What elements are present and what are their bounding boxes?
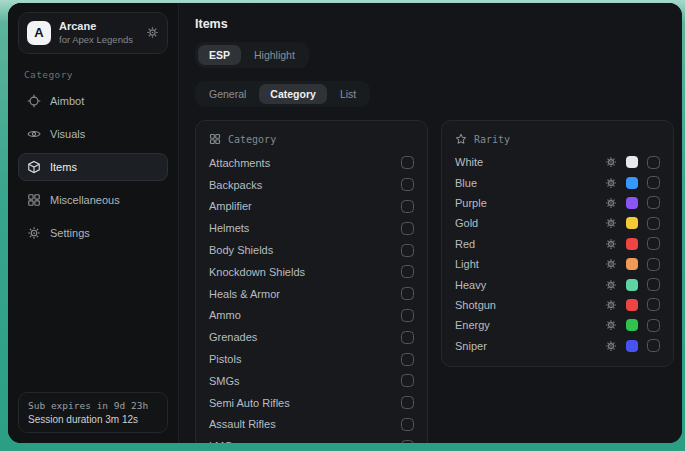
category-checkbox[interactable] [401, 309, 414, 322]
category-item-label: Knockdown Shields [209, 266, 401, 278]
category-checkbox[interactable] [401, 287, 414, 300]
tab-category[interactable]: Category [259, 84, 327, 104]
app-subtitle: for Apex Legends [59, 34, 138, 46]
category-checkbox[interactable] [401, 418, 414, 431]
gear-icon[interactable] [605, 319, 617, 331]
category-item-label: Helmets [209, 222, 401, 234]
gear-icon[interactable] [146, 26, 159, 39]
gear-icon [27, 226, 41, 240]
rarity-checkbox[interactable] [647, 196, 660, 209]
category-row: Attachments [209, 152, 414, 174]
color-swatch[interactable] [626, 197, 638, 209]
category-checkbox[interactable] [401, 353, 414, 366]
sidebar-item-label: Items [50, 161, 77, 173]
rarity-item-label: White [455, 156, 605, 168]
category-item-label: Heals & Armor [209, 288, 401, 300]
rarity-checkbox[interactable] [647, 156, 660, 169]
category-item-label: Amplifier [209, 200, 401, 212]
tab-bar: General Category List [195, 81, 370, 107]
color-swatch[interactable] [626, 299, 638, 311]
session-duration-text: Session duration 3m 12s [28, 414, 158, 425]
tab-general[interactable]: General [198, 84, 257, 104]
rarity-checkbox[interactable] [647, 339, 660, 352]
mode-toggle: ESP Highlight [195, 42, 309, 68]
sidebar-item-miscellaneous[interactable]: Miscellaneous [18, 186, 168, 214]
panels-row: Category Attachments Backpacks Amplifier… [195, 120, 674, 443]
rarity-checkbox[interactable] [647, 319, 660, 332]
category-row: SMGs [209, 370, 414, 392]
color-swatch[interactable] [626, 319, 638, 331]
gear-icon[interactable] [605, 156, 617, 168]
rarity-panel: Rarity White Blue Purple [441, 120, 674, 367]
tab-list[interactable]: List [329, 84, 367, 104]
brand-card: A Arcane for Apex Legends [18, 12, 168, 54]
category-checkbox[interactable] [401, 222, 414, 235]
brand-text: Arcane for Apex Legends [59, 20, 138, 46]
rarity-item-label: Energy [455, 319, 605, 331]
gear-icon[interactable] [605, 299, 617, 311]
category-checkbox[interactable] [401, 374, 414, 387]
gear-icon[interactable] [605, 197, 617, 209]
color-swatch[interactable] [626, 217, 638, 229]
rarity-row: Blue [455, 172, 660, 192]
eye-icon [27, 127, 41, 141]
category-row: Backpacks [209, 174, 414, 196]
gear-icon[interactable] [605, 340, 617, 352]
color-swatch[interactable] [626, 279, 638, 291]
sidebar-item-items[interactable]: Items [18, 153, 168, 181]
rarity-panel-header: Rarity [455, 133, 660, 145]
rarity-row: Heavy [455, 274, 660, 294]
gear-icon[interactable] [605, 279, 617, 291]
category-checkbox[interactable] [401, 331, 414, 344]
color-swatch[interactable] [626, 340, 638, 352]
category-list: Attachments Backpacks Amplifier Helmets … [209, 152, 414, 443]
sidebar-item-settings[interactable]: Settings [18, 219, 168, 247]
gear-icon[interactable] [605, 177, 617, 189]
app-logo: A [27, 21, 51, 45]
category-panel-header: Category [209, 133, 414, 145]
rarity-checkbox[interactable] [647, 298, 660, 311]
rarity-row: Red [455, 234, 660, 254]
rarity-checkbox[interactable] [647, 278, 660, 291]
category-checkbox[interactable] [401, 265, 414, 278]
gear-icon[interactable] [605, 258, 617, 270]
sidebar-item-visuals[interactable]: Visuals [18, 120, 168, 148]
category-checkbox[interactable] [401, 244, 414, 257]
rarity-item-label: Sniper [455, 340, 605, 352]
subscription-info: Sub expires in 9d 23h Session duration 3… [18, 392, 168, 433]
rarity-panel-title: Rarity [474, 134, 510, 145]
box-icon [27, 160, 41, 174]
category-item-label: Ammo [209, 309, 401, 321]
color-swatch[interactable] [626, 177, 638, 189]
rarity-checkbox[interactable] [647, 176, 660, 189]
rarity-row: Shotgun [455, 295, 660, 315]
rarity-checkbox[interactable] [647, 217, 660, 230]
toggle-esp[interactable]: ESP [198, 45, 241, 65]
rarity-item-label: Heavy [455, 279, 605, 291]
rarity-item-label: Red [455, 238, 605, 250]
sidebar-item-aimbot[interactable]: Aimbot [18, 87, 168, 115]
category-checkbox[interactable] [401, 396, 414, 409]
rarity-row: Light [455, 254, 660, 274]
color-swatch[interactable] [626, 156, 638, 168]
category-item-label: Semi Auto Rifles [209, 397, 401, 409]
rarity-checkbox[interactable] [647, 258, 660, 271]
category-row: Ammo [209, 305, 414, 327]
gear-icon[interactable] [605, 217, 617, 229]
star-icon [455, 133, 467, 145]
rarity-row: Purple [455, 193, 660, 213]
gear-icon[interactable] [605, 238, 617, 250]
category-checkbox[interactable] [401, 156, 414, 169]
toggle-highlight[interactable]: Highlight [243, 45, 306, 65]
category-row: Heals & Armor [209, 283, 414, 305]
color-swatch[interactable] [626, 258, 638, 270]
grid-icon [209, 133, 221, 145]
category-checkbox[interactable] [401, 440, 414, 443]
category-panel-title: Category [228, 134, 276, 145]
category-checkbox[interactable] [401, 178, 414, 191]
category-checkbox[interactable] [401, 200, 414, 213]
sidebar-spacer [8, 247, 178, 392]
color-swatch[interactable] [626, 238, 638, 250]
category-item-label: Assault Rifles [209, 418, 401, 430]
rarity-checkbox[interactable] [647, 237, 660, 250]
